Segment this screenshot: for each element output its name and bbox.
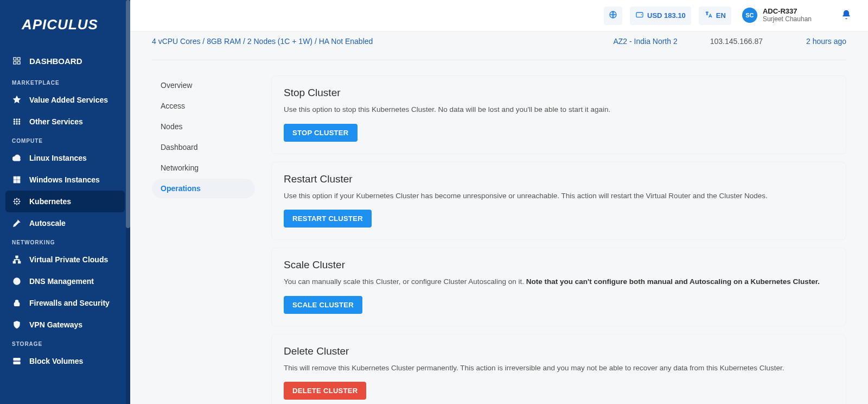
svg-rect-20 xyxy=(18,261,21,263)
globe-button[interactable] xyxy=(604,7,622,25)
nav-section-label: COMPUTE xyxy=(0,132,130,147)
nav-section-label: MARKETPLACE xyxy=(0,74,130,89)
svg-rect-0 xyxy=(14,58,16,60)
svg-rect-28 xyxy=(636,12,643,17)
nav-icon xyxy=(12,276,22,286)
svg-point-4 xyxy=(14,119,15,120)
svg-rect-18 xyxy=(16,256,18,257)
card-title: Delete Cluster xyxy=(284,345,834,357)
sidebar-item-label: Autoscale xyxy=(29,219,66,228)
sidebar-item-label: DASHBOARD xyxy=(29,56,82,66)
nav-icon xyxy=(12,356,22,366)
svg-point-25 xyxy=(15,359,15,359)
card-title: Scale Cluster xyxy=(284,259,834,271)
sidebar-item-label: DNS Management xyxy=(29,277,94,286)
sidebar-scrollbar[interactable] xyxy=(126,0,130,404)
wallet-icon xyxy=(635,10,644,21)
svg-point-6 xyxy=(19,119,20,120)
svg-point-12 xyxy=(19,123,20,124)
sidebar-item-linux-instances[interactable]: Linux Instances xyxy=(0,147,130,169)
topbar: USD 183.10 EN SC ADC-R337 Surjeet Chauha… xyxy=(130,0,868,31)
operation-card: Stop ClusterUse this option to stop this… xyxy=(271,75,846,154)
translate-icon xyxy=(704,10,713,21)
cluster-ip: 103.145.166.87 xyxy=(710,37,806,46)
balance-text: USD 183.10 xyxy=(647,11,686,20)
sidebar-item-label: Firewalls and Security xyxy=(29,299,110,307)
nav-icon xyxy=(12,255,22,264)
operation-card: Restart ClusterUse this option if your K… xyxy=(271,162,846,241)
svg-point-17 xyxy=(16,201,18,203)
sidebar-item-value-added-services[interactable]: Value Added Services xyxy=(0,89,130,111)
cluster-summary-row: 4 vCPU Cores / 8GB RAM / 2 Nodes (1C + 1… xyxy=(152,31,846,60)
sidebar-item-dashboard[interactable]: DASHBOARD xyxy=(0,47,130,74)
svg-rect-15 xyxy=(14,180,16,183)
sidebar-item-autoscale[interactable]: Autoscale xyxy=(0,212,130,234)
card-title: Restart Cluster xyxy=(284,173,834,185)
svg-point-9 xyxy=(19,121,20,122)
sidebar-item-other-services[interactable]: Other Services xyxy=(0,111,130,132)
account-menu[interactable]: SC ADC-R337 Surjeet Chauhan xyxy=(742,8,812,23)
nav-icon xyxy=(12,175,22,185)
sidebar: APICULUS DASHBOARD MARKETPLACEValue Adde… xyxy=(0,0,130,404)
svg-rect-14 xyxy=(17,176,20,179)
sidebar-item-kubernetes[interactable]: Kubernetes xyxy=(5,191,125,212)
sidebar-item-label: Other Services xyxy=(29,117,83,126)
restart-cluster-button[interactable]: RESTART CLUSTER xyxy=(284,210,372,228)
sidebar-item-dns-management[interactable]: DNS Management xyxy=(0,270,130,292)
cluster-spec: 4 vCPU Cores / 8GB RAM / 2 Nodes (1C + 1… xyxy=(152,37,373,46)
sidebar-item-label: Value Added Services xyxy=(29,96,108,104)
sidebar-item-virtual-private-clouds[interactable]: Virtual Private Clouds xyxy=(0,249,130,270)
tab-overview[interactable]: Overview xyxy=(152,75,255,95)
nav-section-label: STORAGE xyxy=(0,336,130,350)
card-description: Use this option if your Kubernetes Clust… xyxy=(284,191,834,201)
card-description: Use this option to stop this Kubernetes … xyxy=(284,104,834,115)
nav-icon xyxy=(12,298,22,308)
svg-rect-1 xyxy=(17,58,20,60)
delete-cluster-button[interactable]: DELETE CLUSTER xyxy=(284,382,366,400)
detail-subnav: OverviewAccessNodesDashboardNetworkingOp… xyxy=(152,75,255,404)
svg-point-26 xyxy=(15,363,15,363)
scale-cluster-button[interactable]: SCALE CLUSTER xyxy=(284,296,362,314)
svg-point-8 xyxy=(16,121,17,122)
nav-icon xyxy=(12,117,22,127)
stop-cluster-button[interactable]: STOP CLUSTER xyxy=(284,124,358,142)
operation-card: Scale ClusterYou can manually scale this… xyxy=(271,248,846,326)
main: USD 183.10 EN SC ADC-R337 Surjeet Chauha… xyxy=(130,0,868,404)
tab-networking[interactable]: Networking xyxy=(152,158,255,178)
operation-card: Delete ClusterThis will remove this Kube… xyxy=(271,334,846,404)
balance-chip[interactable]: USD 183.10 xyxy=(630,7,691,25)
language-chip[interactable]: EN xyxy=(699,7,731,25)
notifications-button[interactable] xyxy=(841,9,852,22)
avatar: SC xyxy=(742,8,757,23)
operations-cards: Stop ClusterUse this option to stop this… xyxy=(271,75,846,404)
tab-operations[interactable]: Operations xyxy=(152,179,255,198)
cluster-az: AZ2 - India North 2 xyxy=(613,37,710,46)
page-body: 4 vCPU Cores / 8GB RAM / 2 Nodes (1C + 1… xyxy=(130,31,868,404)
dashboard-icon xyxy=(12,56,22,66)
nav-icon xyxy=(12,197,22,206)
svg-point-5 xyxy=(16,119,17,120)
tab-nodes[interactable]: Nodes xyxy=(152,117,255,136)
cluster-age: 2 hours ago xyxy=(806,37,846,46)
language-text: EN xyxy=(716,11,726,20)
svg-rect-3 xyxy=(17,61,20,64)
svg-rect-22 xyxy=(14,302,19,306)
nav-section-label: NETWORKING xyxy=(0,234,130,249)
svg-rect-16 xyxy=(17,180,20,183)
brand-logo: APICULUS xyxy=(0,0,130,47)
account-id: ADC-R337 xyxy=(763,8,812,16)
tab-dashboard[interactable]: Dashboard xyxy=(152,137,255,157)
sidebar-item-vpn-gateways[interactable]: VPN Gateways xyxy=(0,314,130,336)
sidebar-item-block-volumes[interactable]: Block Volumes xyxy=(0,350,130,372)
sidebar-item-firewalls-and-security[interactable]: Firewalls and Security xyxy=(0,292,130,314)
sidebar-item-label: Virtual Private Clouds xyxy=(29,255,108,264)
card-description: You can manually scale this Cluster, or … xyxy=(284,276,834,287)
nav-icon xyxy=(12,218,22,228)
sidebar-item-label: Kubernetes xyxy=(29,197,71,206)
globe-icon xyxy=(609,10,617,21)
tab-access[interactable]: Access xyxy=(152,96,255,116)
nav-icon xyxy=(12,320,22,330)
nav-icon xyxy=(12,153,22,163)
sidebar-item-label: Block Volumes xyxy=(29,357,83,365)
sidebar-item-windows-instances[interactable]: Windows Instances xyxy=(0,169,130,191)
